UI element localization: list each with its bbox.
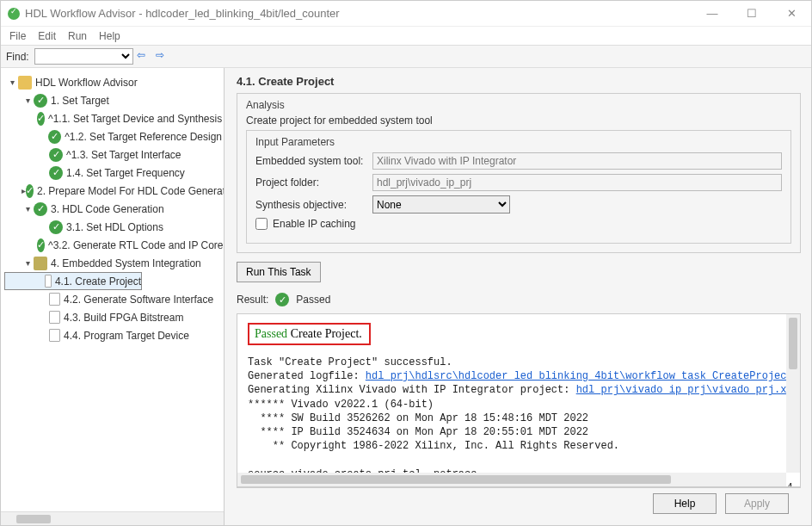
- enable-ip-caching-label: Enable IP caching: [273, 218, 356, 230]
- result-value: Passed: [296, 294, 330, 306]
- pass-icon: ✓: [275, 293, 289, 306]
- project-link[interactable]: hdl_prj\vivado_ip_prj\vivado_prj.xpr: [576, 384, 799, 396]
- help-button[interactable]: Help: [653, 493, 717, 514]
- apply-button[interactable]: Apply: [725, 493, 789, 514]
- tree-root[interactable]: ▾HDL Workflow Advisor: [4, 73, 222, 91]
- title-bar: HDL Workflow Advisor - hdlcoder_led_blin…: [1, 1, 811, 27]
- main-panel: 4.1. Create Project Analysis Create proj…: [225, 68, 811, 525]
- find-prev-icon[interactable]: ⇦: [137, 49, 152, 65]
- menu-edit[interactable]: Edit: [38, 30, 56, 42]
- pass-icon: [48, 130, 61, 144]
- doc-icon: [45, 275, 52, 288]
- doc-icon: [49, 329, 60, 342]
- input-params-group: Input Parameters Embedded system tool: P…: [246, 130, 791, 244]
- menu-run[interactable]: Run: [68, 30, 87, 42]
- find-next-icon[interactable]: ⇨: [156, 49, 171, 65]
- log-h-scrollbar[interactable]: [237, 473, 786, 486]
- doc-icon: [49, 293, 60, 306]
- maximize-button[interactable]: ☐: [732, 1, 772, 27]
- find-input[interactable]: [34, 48, 133, 65]
- pass-icon: [49, 148, 63, 162]
- folder-icon: [18, 76, 32, 90]
- tree-item[interactable]: ^1.1. Set Target Device and Synthesis To…: [4, 109, 222, 127]
- result-highlight: Passed Create Project.: [248, 323, 371, 345]
- synthesis-objective-label: Synthesis objective:: [255, 199, 367, 211]
- app-icon: [8, 8, 20, 20]
- find-bar: Find: ⇦ ⇨: [1, 46, 811, 68]
- tree-create-project[interactable]: 4.1. Create Project: [4, 272, 142, 290]
- find-label: Find:: [6, 51, 29, 63]
- tree-set-target[interactable]: ▾1. Set Target: [4, 91, 222, 109]
- embedded-tool-label: Embedded system tool:: [255, 155, 367, 167]
- pass-icon: [49, 166, 63, 180]
- close-button[interactable]: ✕: [772, 1, 811, 27]
- tree-item[interactable]: 4.3. Build FPGA Bitstream: [4, 308, 222, 326]
- tree-hdl-code-gen[interactable]: ▾3. HDL Code Generation: [4, 200, 222, 218]
- tree-embedded-integration[interactable]: ▾4. Embedded System Integration: [4, 254, 222, 272]
- tree-item[interactable]: 3.1. Set HDL Options: [4, 218, 222, 236]
- log-output: Task "Create Project" successful. Genera…: [248, 356, 790, 487]
- tree-item[interactable]: 4.2. Generate Software Interface: [4, 290, 222, 308]
- window-title: HDL Workflow Advisor - hdlcoder_led_blin…: [25, 7, 340, 20]
- synthesis-objective-select[interactable]: None: [372, 195, 510, 213]
- tree-prepare-model[interactable]: ▸2. Prepare Model For HDL Code Generatio…: [4, 182, 222, 200]
- tree-item[interactable]: 1.4. Set Target Frequency: [4, 164, 222, 182]
- run-this-task-button[interactable]: Run This Task: [237, 262, 321, 282]
- pass-icon: [26, 184, 34, 198]
- embedded-tool-field: [372, 152, 782, 170]
- tree-panel: ▾HDL Workflow Advisor ▾1. Set Target ^1.…: [1, 68, 225, 525]
- tree-item[interactable]: ^1.3. Set Target Interface: [4, 145, 222, 164]
- footer-bar: Help Apply: [237, 487, 801, 518]
- analysis-desc: Create project for embedded system tool: [246, 114, 791, 127]
- menu-file[interactable]: File: [9, 30, 26, 42]
- input-params-title: Input Parameters: [255, 136, 782, 148]
- enable-ip-caching-checkbox[interactable]: [255, 218, 268, 230]
- tree-item[interactable]: ^1.2. Set Target Reference Design: [4, 127, 222, 145]
- menu-bar: File Edit Run Help: [1, 27, 811, 46]
- gear-icon: [34, 257, 47, 270]
- doc-icon: [49, 311, 60, 324]
- pass-icon: [34, 94, 47, 108]
- tree-item[interactable]: 4.4. Program Target Device: [4, 326, 222, 344]
- pass-icon: [49, 220, 63, 234]
- minimize-button[interactable]: —: [692, 1, 732, 27]
- logfile-link[interactable]: hdl_prj\hdlsrc\hdlcoder_led_blinking_4bi…: [366, 370, 801, 382]
- pass-icon: [37, 112, 45, 126]
- tree-h-scrollbar[interactable]: [1, 511, 224, 525]
- tree-item[interactable]: ^3.2. Generate RTL Code and IP Core: [4, 236, 222, 254]
- analysis-group: Analysis Create project for embedded sys…: [237, 93, 801, 253]
- analysis-title: Analysis: [246, 99, 791, 111]
- result-log-box: Passed Create Project. Task "Create Proj…: [237, 313, 801, 487]
- menu-help[interactable]: Help: [99, 30, 120, 42]
- pass-icon: [34, 202, 47, 216]
- pass-icon: [37, 238, 45, 252]
- task-heading: 4.1. Create Project: [237, 75, 801, 88]
- project-folder-label: Project folder:: [255, 176, 367, 189]
- result-label: Result:: [237, 294, 268, 306]
- project-folder-field: [372, 174, 782, 191]
- log-v-scrollbar[interactable]: [786, 314, 800, 473]
